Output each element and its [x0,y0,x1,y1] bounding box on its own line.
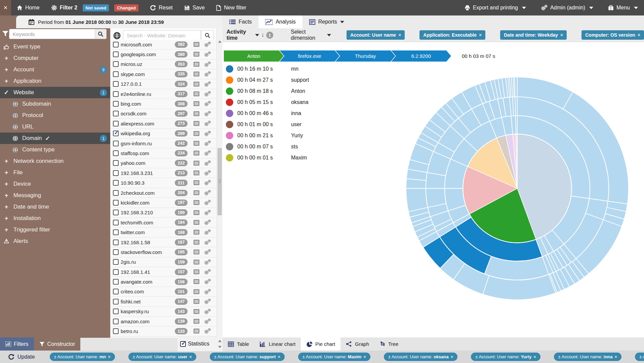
show-details-button[interactable] [193,210,200,217]
domain-row[interactable]: ✓microsoft.com382 [110,40,217,49]
domain-row[interactable]: ✓192.168.1.41157 [110,267,217,277]
row-actions-button[interactable] [204,210,211,217]
domain-row[interactable]: ✓wikipedia.org269 [110,129,217,139]
row-actions-button[interactable] [204,239,211,247]
sidebar-item-subdomain[interactable]: Subdomain [0,98,110,110]
row-actions-button[interactable] [204,160,211,168]
domain-row[interactable]: ✓techsmith.com184 [110,218,217,227]
show-details-button[interactable] [193,81,200,88]
breadcrumb-step[interactable]: Thursday [335,50,395,62]
row-actions-button[interactable] [204,190,211,197]
expand-plus-icon[interactable]: + [3,181,10,188]
legend-row[interactable]: 00 h 00 m 01 sMaxim [226,152,309,163]
expand-plus-icon[interactable]: + [3,204,10,211]
show-details-button[interactable] [193,71,200,78]
domain-row[interactable]: ✓bing.com308 [110,99,217,109]
admin-menu[interactable]: Admin (admin) [541,5,593,11]
row-actions-button[interactable] [204,51,211,59]
view-tab-linear-chart[interactable]: Linear chart [254,337,301,351]
filter-name-button[interactable]: Filter 2 Not saved Changed [51,4,138,11]
domain-checkbox[interactable]: ✓ [113,81,119,87]
domain-checkbox[interactable]: ✓ [113,42,119,47]
domain-row[interactable]: ✓gsm-inform.ru242 [110,139,217,148]
scroll-up-arrow-icon[interactable] [218,40,222,43]
sidebar-item-triggered-filter[interactable]: +Triggered filter [0,224,110,235]
row-actions-button[interactable] [204,269,211,276]
row-actions-button[interactable] [204,249,211,256]
show-details-button[interactable] [193,141,200,147]
remove-chip-icon[interactable]: × [615,354,617,359]
reset-button[interactable]: Reset [150,5,173,11]
show-details-button[interactable] [193,328,200,335]
show-details-button[interactable] [193,121,200,128]
show-details-button[interactable] [193,131,200,138]
breadcrumb-step[interactable]: Anton [224,50,284,62]
domain-row[interactable]: ✓ocrsdk.com297 [110,109,217,119]
domain-row[interactable]: ✓kaspersky.ru143 [110,307,217,317]
sidebar-item-network-connection[interactable]: +Network connection [0,155,110,167]
tab-facts[interactable]: Facts [223,15,258,28]
row-actions-button[interactable] [204,298,211,306]
domain-checkbox[interactable]: ✓ [113,141,119,146]
row-actions-button[interactable] [204,199,211,207]
domain-checkbox[interactable]: ✓ [113,269,119,275]
legend-row[interactable]: 00 h 08 m 18 sAnton [226,85,309,97]
domain-checkbox[interactable]: ✓ [113,299,119,304]
legend-row[interactable]: 00 h 00 m 21 sYuriy [226,130,309,141]
sidebar-item-file[interactable]: +File [0,167,110,178]
show-details-button[interactable] [193,269,200,276]
period-bar[interactable]: Period from 01 June 2018 00:00 to 30 Jun… [16,15,223,28]
expand-plus-icon[interactable]: + [3,158,10,165]
domain-checkbox[interactable]: ✓ [113,319,119,324]
measure-select[interactable]: Activity time [227,29,259,41]
tab-filters[interactable]: Filters [0,337,34,351]
breadcrumb-step[interactable]: firefox.exe [280,50,339,62]
row-actions-button[interactable] [204,308,211,316]
remove-chip-icon[interactable]: × [278,354,280,359]
domain-row[interactable]: ✓staffcop.com234 [110,148,217,158]
row-actions-button[interactable] [204,219,211,227]
view-tab-pie-chart[interactable]: Pie chart [301,337,340,351]
select-dimension-button[interactable]: Select dimension [291,29,331,41]
domain-checkbox[interactable]: ✓ [113,328,119,334]
domain-checkbox[interactable]: ✓ [113,170,119,176]
remove-chip-icon[interactable]: × [560,32,563,38]
export-printing-menu[interactable]: Export and printing [465,5,526,11]
show-details-button[interactable] [193,150,200,157]
domain-checkbox[interactable]: ✓ [113,91,119,97]
domain-row[interactable]: ✓twitter.com168 [110,227,217,237]
account-filter-chip[interactable]: ± Account: User name: sts× [635,353,644,361]
domain-checkbox[interactable]: ✓ [113,259,119,265]
domain-row[interactable]: ✓2gis.ru159 [110,257,217,267]
dimension-chip[interactable]: Date and time: Weekday× [500,30,567,40]
view-tab-tree[interactable]: Tree [374,337,404,351]
domain-row[interactable]: ✓aliexpress.com273 [110,119,217,129]
expand-plus-icon[interactable]: + [3,55,10,62]
row-actions-button[interactable] [204,120,211,128]
domain-row[interactable]: ✓stackoverflow.com165 [110,247,217,257]
expand-plus-icon[interactable]: + [3,78,10,85]
show-details-button[interactable] [193,101,200,108]
domain-checkbox[interactable]: ✓ [113,240,119,245]
main-menu[interactable]: Menu [608,5,638,11]
sidebar-item-installation[interactable]: +Installation [0,213,110,224]
show-details-button[interactable] [193,220,200,226]
domain-checkbox[interactable]: ✓ [113,71,119,77]
domain-row[interactable]: ✓2checkout.com204 [110,188,217,198]
scrollbar-thumb[interactable] [217,148,222,215]
row-actions-button[interactable] [204,180,211,187]
close-panel-button[interactable]: ✕ [0,0,11,15]
expand-plus-icon[interactable]: + [3,192,10,199]
account-filter-chip[interactable]: ± Account: User name: user× [128,353,196,361]
domain-checkbox[interactable]: ✓ [113,51,119,57]
domain-row[interactable]: ✓192.168.1.58167 [110,238,217,247]
domain-checkbox[interactable]: ✓ [113,190,119,196]
show-details-button[interactable] [193,249,200,256]
row-actions-button[interactable] [204,101,211,108]
domain-row[interactable]: ✓amazon.com139 [110,317,217,326]
show-details-button[interactable] [193,240,200,246]
sidebar-item-alerts[interactable]: ⚠Alerts [0,235,110,247]
dimension-chip[interactable]: Account: User name× [347,30,405,40]
remove-chip-icon[interactable]: × [108,354,111,359]
row-actions-button[interactable] [204,279,211,286]
